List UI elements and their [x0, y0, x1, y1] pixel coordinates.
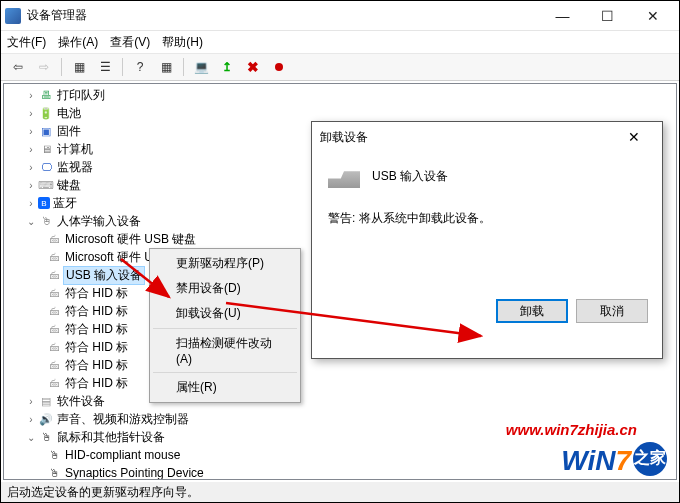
back-button[interactable]: ⇦	[7, 56, 29, 78]
cm-properties[interactable]: 属性(R)	[152, 375, 298, 400]
watermark-url: www.win7zhijia.cn	[506, 421, 637, 438]
mouse-icon: 🖱	[38, 430, 54, 444]
minimize-button[interactable]: —	[540, 2, 585, 30]
forward-button[interactable]: ⇨	[33, 56, 55, 78]
update-driver-icon[interactable]: ↥	[216, 56, 238, 78]
cm-scan[interactable]: 扫描检测硬件改动(A)	[152, 331, 298, 370]
tree-software[interactable]: 软件设备	[57, 393, 105, 410]
status-bar: 启动选定设备的更新驱动程序向导。	[1, 482, 679, 502]
view-icon[interactable]: ▦	[68, 56, 90, 78]
usb-device-icon: 🖮	[46, 232, 62, 246]
menu-action[interactable]: 操作(A)	[58, 34, 98, 51]
scan-icon[interactable]: 💻	[190, 56, 212, 78]
monitor-icon: 🖵	[38, 160, 54, 174]
cm-disable[interactable]: 禁用设备(D)	[152, 276, 298, 301]
usb-device-icon: 🖮	[46, 268, 62, 282]
tree-hid2[interactable]: 符合 HID 标	[65, 303, 128, 320]
list-icon[interactable]: ☰	[94, 56, 116, 78]
device-icon	[328, 164, 360, 188]
usb-device-icon: 🖮	[46, 358, 62, 372]
mouse-icon: 🖱	[46, 448, 62, 462]
printer-icon: 🖶	[38, 88, 54, 102]
menu-file[interactable]: 文件(F)	[7, 34, 46, 51]
usb-device-icon: 🖮	[46, 322, 62, 336]
dialog-warning: 警告: 将从系统中卸载此设备。	[328, 210, 646, 227]
help-icon[interactable]: ?	[129, 56, 151, 78]
window-title: 设备管理器	[27, 7, 540, 24]
tree-printers[interactable]: 打印队列	[57, 87, 105, 104]
tree-battery[interactable]: 电池	[57, 105, 81, 122]
cm-uninstall[interactable]: 卸载设备(U)	[152, 301, 298, 326]
refresh-icon[interactable]: ▦	[155, 56, 177, 78]
menu-help[interactable]: 帮助(H)	[162, 34, 203, 51]
tree-hid1[interactable]: 符合 HID 标	[65, 285, 128, 302]
uninstall-dialog: 卸载设备 ✕ USB 输入设备 警告: 将从系统中卸载此设备。 卸载 取消	[311, 121, 663, 359]
firmware-icon: ▣	[38, 124, 54, 138]
dialog-device-name: USB 输入设备	[372, 168, 448, 185]
watermark-logo: WiN7之家	[561, 442, 667, 477]
tree-keyboard[interactable]: 键盘	[57, 177, 81, 194]
hid-icon: 🖰	[38, 214, 54, 228]
usb-device-icon: 🖮	[46, 250, 62, 264]
dialog-cancel-button[interactable]: 取消	[576, 299, 648, 323]
usb-device-icon: 🖮	[46, 376, 62, 390]
title-bar: 设备管理器 — ☐ ✕	[1, 1, 679, 31]
cm-update-driver[interactable]: 更新驱动程序(P)	[152, 251, 298, 276]
mouse-icon: 🖱	[46, 466, 62, 480]
tree-hid4[interactable]: 符合 HID 标	[65, 339, 128, 356]
keyboard-icon: ⌨	[38, 178, 54, 192]
sound-icon: 🔊	[38, 412, 54, 426]
usb-device-icon: 🖮	[46, 304, 62, 318]
disable-icon[interactable]	[268, 56, 290, 78]
tree-hid[interactable]: 人体学输入设备	[57, 213, 141, 230]
tree-ms-kb[interactable]: Microsoft 硬件 USB 键盘	[65, 231, 196, 248]
uninstall-icon[interactable]: ✖	[242, 56, 264, 78]
usb-device-icon: 🖮	[46, 340, 62, 354]
dialog-uninstall-button[interactable]: 卸载	[496, 299, 568, 323]
tree-usb-input-selected[interactable]: USB 输入设备	[63, 266, 145, 285]
close-button[interactable]: ✕	[630, 2, 675, 30]
bluetooth-icon: B	[38, 197, 50, 209]
menu-bar: 文件(F) 操作(A) 查看(V) 帮助(H)	[1, 31, 679, 53]
battery-icon: 🔋	[38, 106, 54, 120]
tree-hid-mouse[interactable]: HID-compliant mouse	[65, 448, 180, 462]
tree-syn-ptr[interactable]: Synaptics Pointing Device	[65, 466, 204, 480]
menu-view[interactable]: 查看(V)	[110, 34, 150, 51]
tree-hid6[interactable]: 符合 HID 标	[65, 375, 128, 392]
tree-monitor[interactable]: 监视器	[57, 159, 93, 176]
tree-bluetooth[interactable]: 蓝牙	[53, 195, 77, 212]
tree-computer[interactable]: 计算机	[57, 141, 93, 158]
context-menu: 更新驱动程序(P) 禁用设备(D) 卸载设备(U) 扫描检测硬件改动(A) 属性…	[149, 248, 301, 403]
maximize-button[interactable]: ☐	[585, 2, 630, 30]
tree-hid3[interactable]: 符合 HID 标	[65, 321, 128, 338]
toolbar: ⇦ ⇨ ▦ ☰ ? ▦ 💻 ↥ ✖	[1, 53, 679, 81]
tree-firmware[interactable]: 固件	[57, 123, 81, 140]
computer-icon: 🖥	[38, 142, 54, 156]
tree-mouse-cat[interactable]: 鼠标和其他指针设备	[57, 429, 165, 446]
tree-hid5[interactable]: 符合 HID 标	[65, 357, 128, 374]
software-icon: ▤	[38, 394, 54, 408]
dialog-title: 卸载设备	[320, 129, 368, 146]
dialog-close-button[interactable]: ✕	[614, 129, 654, 145]
tree-sound[interactable]: 声音、视频和游戏控制器	[57, 411, 189, 428]
app-icon	[5, 8, 21, 24]
usb-device-icon: 🖮	[46, 286, 62, 300]
